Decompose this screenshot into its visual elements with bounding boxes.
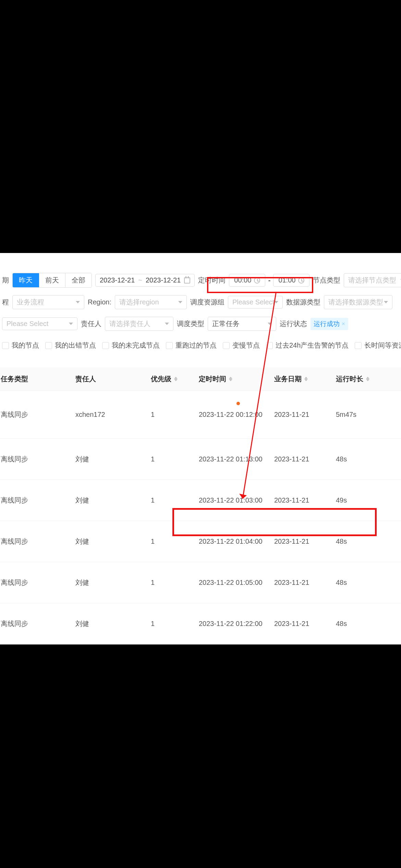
filter-row-3: Please Select 责任人 请选择责任人 调度类型 正常任务 运行状态 …	[0, 317, 401, 331]
th-sched-time-label: 定时时间	[199, 374, 226, 384]
th-duration-label: 运行时长	[336, 374, 363, 384]
cell-sched-time: 2023-11-22 01:13:00	[199, 455, 274, 463]
generic-select[interactable]: Please Select	[2, 317, 77, 330]
filter-row-1: 期 昨天 前天 全部 2023-12-21 ~ 2023-12-21 定时时间 …	[0, 273, 401, 288]
th-biz-date[interactable]: 业务日期	[274, 374, 336, 384]
date-range-picker[interactable]: 2023-12-21 ~ 2023-12-21	[95, 274, 195, 287]
owner-select[interactable]: 请选择责任人	[105, 317, 173, 331]
checkbox-icon	[223, 342, 230, 349]
ds-type-label: 数据源类型	[286, 298, 320, 307]
cell-priority: 1	[151, 538, 199, 545]
ds-type-select[interactable]: 请选择数据源类型	[324, 295, 392, 309]
node-type-placeholder: 请选择节点类型	[348, 276, 396, 285]
generic-placeholder: Please Select	[7, 320, 48, 328]
date-from: 2023-12-21	[100, 276, 135, 284]
cell-sched-time: 2023-11-22 01:22:00	[199, 620, 274, 628]
chevron-down-icon	[384, 301, 388, 303]
time-to-input[interactable]: 01:00	[273, 274, 309, 287]
th-biz-date-label: 业务日期	[274, 374, 302, 384]
th-task-type[interactable]: 任务类型	[0, 374, 75, 384]
calendar-icon	[184, 277, 190, 284]
table-row[interactable]: 离线同步刘健12023-11-22 01:04:002023-11-2148s	[0, 521, 401, 562]
resource-group-label: 调度资源组	[190, 298, 224, 307]
resource-group-placeholder: Please Select	[232, 298, 274, 306]
status-tag[interactable]: 运行成功 ×	[311, 318, 348, 330]
date-quick-tabs: 昨天 前天 全部	[12, 273, 92, 288]
clock-icon	[298, 277, 304, 284]
cell-priority: 1	[151, 496, 199, 504]
cell-duration: 48s	[336, 538, 394, 545]
table-body: 离线同步xchen17212023-11-22 00:12:002023-11-…	[0, 391, 401, 644]
tab-yesterday[interactable]: 昨天	[13, 273, 39, 287]
chk-my-unfinished[interactable]: 我的未完成节点	[102, 341, 160, 350]
cell-duration: 48s	[336, 579, 394, 587]
cell-owner: 刘健	[75, 455, 151, 464]
checkbox-icon	[266, 342, 273, 349]
cell-priority: 1	[151, 620, 199, 628]
owner-placeholder: 请选择责任人	[109, 319, 150, 328]
chk-my-unfinished-label: 我的未完成节点	[112, 341, 160, 350]
chevron-down-icon	[76, 301, 80, 303]
time-to-value: 01:00	[278, 276, 295, 284]
chk-my-error[interactable]: 我的出错节点	[45, 341, 96, 350]
schedule-type-value: 正常任务	[212, 319, 240, 328]
tab-all[interactable]: 全部	[65, 273, 92, 287]
cell-owner: 刘健	[75, 578, 151, 587]
sort-icon	[229, 377, 232, 381]
th-sched-time[interactable]: 定时时间	[199, 374, 274, 384]
date-to: 2023-12-21	[146, 276, 181, 284]
table-row[interactable]: 离线同步刘健12023-11-22 01:13:002023-11-2148s	[0, 439, 401, 480]
cell-biz-date: 2023-11-21	[274, 496, 336, 504]
chevron-down-icon	[69, 323, 73, 325]
date-range-separator: ~	[138, 276, 142, 284]
flow-select[interactable]: 业务流程	[12, 295, 84, 309]
chk-longwait[interactable]: 长时间等资源的节点	[355, 341, 401, 350]
filter-checkboxes: 我的节点 我的出错节点 我的未完成节点 重跑过的节点 变慢节点 过去24h产生告…	[0, 338, 401, 352]
table-row[interactable]: 离线同步xchen17212023-11-22 00:12:002023-11-…	[0, 391, 401, 439]
th-owner[interactable]: 责任人	[75, 374, 151, 384]
cell-task-type: 离线同步	[0, 496, 75, 505]
checkbox-icon	[355, 342, 362, 349]
cell-sched-time: 2023-11-22 01:03:00	[199, 496, 274, 504]
chevron-down-icon	[268, 323, 272, 325]
sort-icon	[366, 377, 369, 381]
resource-group-select[interactable]: Please Select	[228, 296, 283, 309]
cell-duration: 5m47s	[336, 411, 394, 419]
chk-rerun[interactable]: 重跑过的节点	[166, 341, 217, 350]
chk-alert24h-label: 过去24h产生告警的节点	[276, 341, 349, 350]
chevron-down-icon	[274, 301, 278, 303]
ds-type-placeholder: 请选择数据源类型	[328, 298, 383, 307]
sort-icon	[174, 377, 178, 381]
chk-slow-label: 变慢节点	[232, 341, 260, 350]
schedule-type-label: 调度类型	[177, 319, 204, 328]
schedule-type-select[interactable]: 正常任务	[208, 317, 276, 331]
region-select[interactable]: 请选择region	[115, 295, 187, 309]
close-icon[interactable]: ×	[342, 321, 345, 327]
time-range-picker: 00:00 - 01:00	[229, 274, 309, 287]
table-row[interactable]: 离线同步刘健12023-11-22 01:03:002023-11-2149s	[0, 480, 401, 521]
table-row[interactable]: 离线同步刘健12023-11-22 01:05:002023-11-2148s	[0, 562, 401, 603]
chk-alert24h[interactable]: 过去24h产生告警的节点	[266, 341, 349, 350]
cell-priority: 1	[151, 455, 199, 463]
cell-biz-date: 2023-11-21	[274, 579, 336, 587]
tab-day-before[interactable]: 前天	[39, 273, 65, 287]
cell-biz-date: 2023-11-21	[274, 538, 336, 545]
cell-sched-time: 2023-11-22 01:04:00	[199, 538, 274, 545]
table-row[interactable]: 离线同步刘健12023-11-22 01:22:002023-11-2148s	[0, 603, 401, 644]
chk-slow[interactable]: 变慢节点	[223, 341, 260, 350]
node-type-select[interactable]: 请选择节点类型	[344, 273, 401, 287]
flow-placeholder: 业务流程	[17, 298, 44, 307]
chk-my-nodes[interactable]: 我的节点	[2, 341, 39, 350]
cell-biz-date: 2023-11-21	[274, 455, 336, 463]
cell-priority: 1	[151, 579, 199, 587]
filter-area: 期 昨天 前天 全部 2023-12-21 ~ 2023-12-21 定时时间 …	[0, 253, 401, 352]
th-duration[interactable]: 运行时长	[336, 374, 394, 384]
cell-priority: 1	[151, 411, 199, 419]
th-priority[interactable]: 优先级	[151, 374, 199, 384]
cell-task-type: 离线同步	[0, 578, 75, 587]
time-from-input[interactable]: 00:00	[229, 274, 265, 287]
cell-biz-date: 2023-11-21	[274, 620, 336, 628]
cell-sched-time: 2023-11-22 01:05:00	[199, 579, 274, 587]
checkbox-icon	[2, 342, 9, 349]
task-table: 任务类型 责任人 优先级 定时时间 业务日期 运行时长 离线同步xchen172…	[0, 367, 401, 644]
